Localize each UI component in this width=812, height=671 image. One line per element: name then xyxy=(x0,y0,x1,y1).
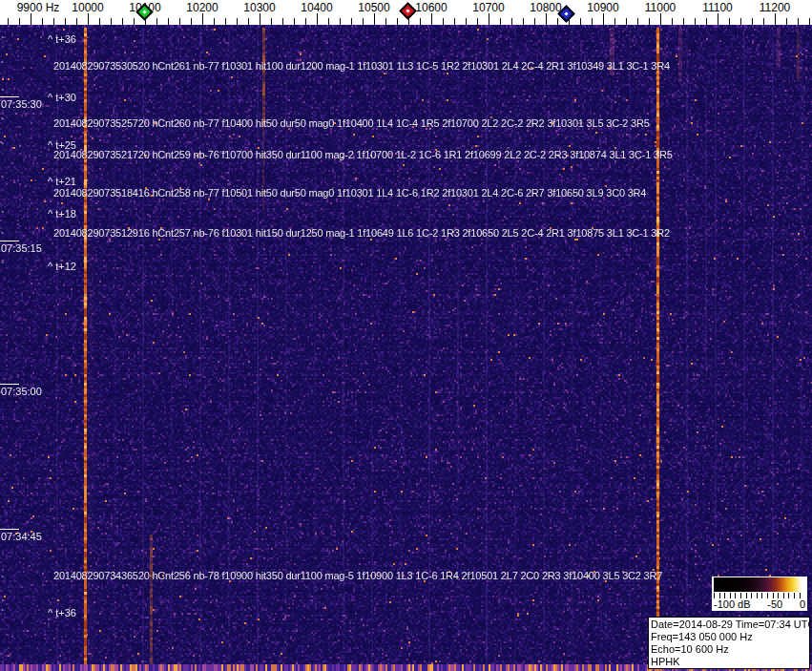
info-frequency: Freq=143 050 000 Hz xyxy=(651,631,809,643)
event-edge-mark: ` xyxy=(1,210,5,221)
ruler-minor-tick xyxy=(168,18,169,25)
ruler-minor-tick xyxy=(191,18,192,25)
db-label-mid: -50 xyxy=(767,598,782,610)
time-offset-marker: ^ t+18 xyxy=(48,208,76,220)
event-edge-mark: ` xyxy=(1,175,5,186)
ruler-minor-tick xyxy=(351,18,352,25)
ruler-minor-tick xyxy=(637,18,638,25)
ruler-minor-tick xyxy=(76,18,77,25)
ruler-minor-tick xyxy=(786,18,787,25)
spectrogram-app: 9900 Hz100001010010200103001040010500106… xyxy=(0,0,812,671)
ruler-minor-tick xyxy=(557,18,558,25)
db-scale-labels: -100 dB -50 0 xyxy=(712,598,807,610)
ruler-minor-tick xyxy=(8,18,9,25)
freq-label: 10300 xyxy=(243,1,275,14)
ruler-minor-tick xyxy=(809,18,810,25)
ruler-minor-tick xyxy=(156,18,157,25)
ruler-minor-tick xyxy=(683,18,684,25)
time-tick-line xyxy=(0,384,19,385)
ruler-major-tick xyxy=(660,13,661,25)
ruler-minor-tick xyxy=(134,18,135,25)
event-edge-mark: ` xyxy=(1,231,5,242)
ruler-major-tick xyxy=(603,13,604,25)
ruler-minor-tick xyxy=(122,18,123,25)
ruler-minor-tick xyxy=(65,18,66,25)
ruler-minor-tick xyxy=(695,18,696,25)
ruler-minor-tick xyxy=(363,18,364,25)
ruler-minor-tick xyxy=(523,18,524,25)
marker-center-dot xyxy=(406,9,409,12)
freq-label: 9900 Hz xyxy=(17,1,60,14)
ruler-major-tick xyxy=(88,13,89,25)
ruler-minor-tick xyxy=(798,18,799,25)
ruler-minor-tick xyxy=(443,18,444,25)
time-offset-marker: ^ t+12 xyxy=(48,261,76,272)
time-label: 07:35:15 xyxy=(1,242,42,254)
ruler-minor-tick xyxy=(271,18,272,25)
ruler-minor-tick xyxy=(706,18,707,25)
ruler-minor-tick xyxy=(397,18,398,25)
event-annotation: 20140829073436520 hCnt256 nb-78 f10900 h… xyxy=(53,570,662,581)
ruler-minor-tick xyxy=(179,18,180,25)
ruler-minor-tick xyxy=(614,18,615,25)
ruler-minor-tick xyxy=(237,18,238,25)
ruler-minor-tick xyxy=(477,18,478,25)
ruler-minor-tick xyxy=(740,18,741,25)
freq-label: 10600 xyxy=(415,1,447,14)
event-edge-mark: ` xyxy=(1,60,5,72)
ruler-minor-tick xyxy=(225,18,226,25)
ruler-minor-tick xyxy=(672,18,673,25)
event-edge-mark: ` xyxy=(1,116,5,128)
event-annotation: 20140829073512916 hCnt257 nb-76 f10301 h… xyxy=(53,227,670,239)
db-label-max: 0 xyxy=(800,598,805,610)
ruler-major-tick xyxy=(775,13,776,25)
ruler-minor-tick xyxy=(592,18,593,25)
ruler-minor-tick xyxy=(752,18,753,25)
event-annotation: 20140829073525720 hCnt260 nb-77 f10400 h… xyxy=(53,117,650,129)
info-date-time: Date=2014-08-29 Time=07:34 UTC xyxy=(651,619,809,631)
marker-center-dot xyxy=(142,10,146,13)
event-edge-mark: ` xyxy=(1,35,5,47)
ruler-minor-tick xyxy=(626,18,627,25)
ruler-major-tick xyxy=(31,13,31,25)
event-edge-mark: ` xyxy=(1,608,5,619)
freq-label: 11000 xyxy=(645,1,676,14)
ruler-minor-tick xyxy=(340,18,341,25)
ruler-minor-tick xyxy=(763,18,764,25)
ruler-major-tick xyxy=(718,13,718,25)
ruler-major-tick xyxy=(317,13,318,25)
ruler-minor-tick xyxy=(649,18,650,25)
freq-label: 10800 xyxy=(530,1,561,14)
ruler-major-tick xyxy=(546,13,547,25)
db-gradient-bar xyxy=(714,577,804,592)
event-annotation: 20140829073521720 hCnt259 nb-76 f10700 h… xyxy=(53,149,673,160)
time-tick-line xyxy=(0,529,19,530)
db-scale-legend: -100 dB -50 0 xyxy=(712,577,807,611)
info-box: Date=2014-08-29 Time=07:34 UTC Freq=143 … xyxy=(648,617,810,669)
ruler-minor-tick xyxy=(294,18,295,25)
freq-label: 11200 xyxy=(760,1,790,14)
time-offset-marker: ^ t+21 xyxy=(48,176,76,187)
ruler-minor-tick xyxy=(511,18,512,25)
freq-label: 10000 xyxy=(72,1,103,14)
freq-label: 10900 xyxy=(587,1,618,14)
time-label: 07:34:45 xyxy=(1,531,42,542)
ruler-minor-tick xyxy=(19,18,20,25)
event-edge-mark: ` xyxy=(1,141,5,153)
time-label: 07:35:30 xyxy=(1,98,42,110)
ruler-major-tick xyxy=(489,13,489,25)
ruler-minor-tick xyxy=(53,18,54,25)
ruler-minor-tick xyxy=(385,18,386,25)
event-edge-mark: ` xyxy=(1,261,5,272)
ruler-minor-tick xyxy=(454,18,455,25)
ruler-minor-tick xyxy=(729,18,730,25)
ruler-minor-tick xyxy=(99,18,100,25)
db-label-min: -100 dB xyxy=(714,598,751,610)
freq-label: 11100 xyxy=(702,1,733,14)
ruler-major-tick xyxy=(431,13,432,25)
time-label: 07:35:00 xyxy=(1,386,42,397)
ruler-major-tick xyxy=(260,13,260,25)
ruler-major-tick xyxy=(374,13,375,25)
time-offset-marker: ^ t+36 xyxy=(48,607,76,619)
event-annotation: 20140829073530520 hCnt261 nb-77 f10301 h… xyxy=(53,60,670,72)
